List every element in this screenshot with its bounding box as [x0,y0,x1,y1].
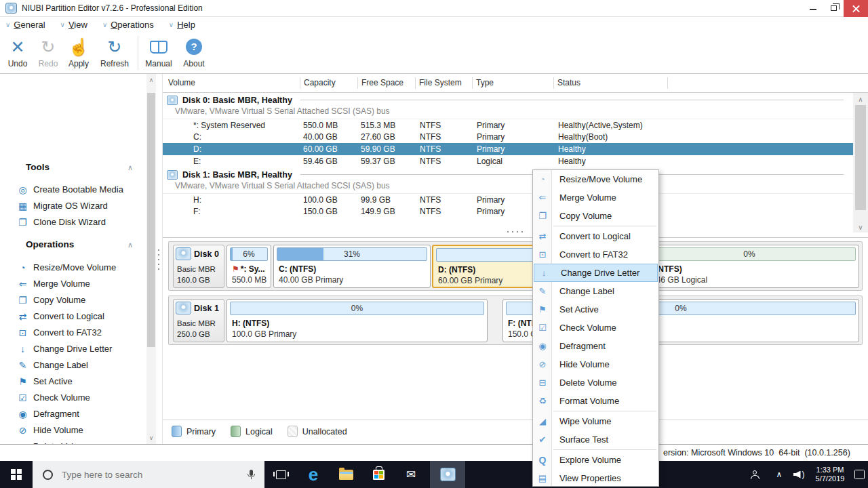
column-header-status[interactable]: Status [554,77,668,89]
context-merge-volume[interactable]: ⇐ Merge Volume [533,188,658,207]
menu-general[interactable]: ∨ General [5,20,45,30]
undo-button[interactable]: ✕ Undo [1,36,34,68]
context-view-properties[interactable]: ▤ View Properties [533,469,658,487]
apply-button[interactable]: ☝ Apply [62,36,95,68]
partition-block-h[interactable]: 0% H: (NTFS) 100.0 GB Primary [226,299,488,342]
context-change-label[interactable]: ✎ Change Label [533,282,658,300]
scroll-up-icon[interactable]: ∧ [146,75,156,85]
disk-icon [176,302,191,314]
context-set-active[interactable]: ⚑ Set Active [533,300,658,319]
context-copy-volume[interactable]: ❐ Copy Volume [533,207,658,225]
context-surface-test[interactable]: ✔ Surface Test [533,430,658,449]
disk1-info-box[interactable]: Disk 1 Basic MBR 250.0 GB [173,299,224,342]
show-hidden-icons-button[interactable]: ∧ [770,461,788,488]
context-wipe-volume[interactable]: ◢ Wipe Volume [533,412,658,430]
manual-button[interactable]: Manual [141,36,176,68]
active-flag-icon: ⚑ [232,264,239,274]
table-scrollbar-thumb[interactable] [855,105,866,210]
sidebar-item-change-label[interactable]: ✎ Change Label [16,358,88,372]
operations-section-header[interactable]: Operations [26,238,74,251]
people-button[interactable] [742,461,768,488]
scroll-down-icon[interactable]: ∨ [853,222,868,232]
context-delete-volume[interactable]: ⊟ Delete Volume [533,373,658,392]
volume-row-e[interactable]: E: 59.46 GB 59.37 GB NTFS Logical Health… [163,155,853,167]
volume-row-h[interactable]: H: 100.0 GB 99.9 GB NTFS Primary [163,193,853,205]
mail-button[interactable]: ✉ [395,461,427,488]
column-header-type[interactable]: Type [473,77,554,89]
context-change-drive-letter-highlighted[interactable]: ↓ Change Drive Letter [534,264,658,282]
volume-row-f[interactable]: F: 150.0 GB 149.9 GB NTFS Primary [163,205,853,218]
sidebar-scrollbar-thumb[interactable] [147,93,155,347]
sidebar-item-create-bootable-media[interactable]: ◎ Create Bootable Media [16,182,123,197]
niubi-app-taskbar-button[interactable] [430,461,465,488]
scroll-down-icon[interactable]: ∨ [146,433,156,443]
sidebar-item-change-drive-letter[interactable]: ↓ Change Drive Letter [16,342,112,356]
menu-help[interactable]: ∨ Help [169,20,195,30]
menu-view[interactable]: ∨ View [60,20,87,30]
menu-operations[interactable]: ∨ Operations [102,20,154,30]
context-explore-volume[interactable]: Q Explore Volume [533,451,658,469]
microphone-icon[interactable] [248,470,255,479]
redo-button[interactable]: ↻ Redo [32,36,64,68]
column-header-file-system[interactable]: File System [416,77,473,89]
volume-tray-button[interactable]: ) [788,461,810,488]
volume-row-c[interactable]: C: 40.00 GB 27.60 GB NTFS Primary Health… [163,131,853,143]
file-explorer-button[interactable] [330,461,362,488]
partition-block-e[interactable]: 0% E: (NTFS) 59.46 GB Logical [639,245,859,288]
search-input[interactable] [62,470,248,480]
context-format-volume[interactable]: ♻ Format Volume [533,392,658,410]
about-button[interactable]: ? About [178,36,210,68]
context-defragment[interactable]: ◉ Defragment [533,337,658,355]
sidebar-item-defragment[interactable]: ◉ Defragment [16,407,79,421]
close-button[interactable] [844,0,868,17]
sidebar-item-clone-disk-wizard[interactable]: ❐ Clone Disk Wizard [16,215,106,229]
context-resize-move-volume[interactable]: ◔ Resize/Move Volume [533,170,658,188]
sidebar-item-migrate-os-wizard[interactable]: ▦ Migrate OS Wizard [16,199,108,213]
taskbar-clock[interactable]: 1:33 PM 5/7/2019 [810,461,850,488]
chevron-down-icon: ∨ [60,21,65,28]
microsoft-store-button[interactable] [362,461,395,488]
sidebar-item-check-volume[interactable]: ☑ Check Volume [16,390,90,405]
column-header-volume[interactable]: Volume [163,77,300,89]
copy-volume-icon: ❐ [533,211,552,221]
sidebar-item-merge-volume[interactable]: ⇐ Merge Volume [16,277,90,291]
disk0-info-box[interactable]: Disk 0 Basic MBR 160.0 GB [173,245,224,288]
os-version-text: ersion: Microsoft Windows 10 64-bit (10.… [663,445,850,461]
sidebar-item-convert-to-logical[interactable]: ⇄ Convert to Logical [16,309,104,323]
start-button[interactable] [0,461,33,488]
mail-envelope-icon: ✉ [406,468,416,482]
tools-section-header[interactable]: Tools [26,161,50,174]
sidebar-item-set-active[interactable]: ⚑ Set Active [16,374,73,388]
sidebar-splitter-handle[interactable] [158,249,159,270]
disk1-group-header[interactable]: Disk 1: Basic MBR, Healthy VMware, VMwar… [167,169,853,193]
task-view-button[interactable] [264,461,297,488]
refresh-button[interactable]: ↻ Refresh [97,36,132,68]
action-center-button[interactable] [850,461,868,488]
column-header-capacity[interactable]: Capacity [300,77,358,89]
disk0-group-header[interactable]: Disk 0: Basic MBR, Healthy VMware, VMwar… [167,94,853,119]
context-convert-to-logical[interactable]: ⇄ Convert to Logical [533,227,658,245]
scroll-up-icon[interactable]: ∧ [853,94,868,104]
sidebar-item-convert-to-fat32[interactable]: ⊡ Convert to FAT32 [16,325,102,340]
sidebar-item-copy-volume[interactable]: ❐ Copy Volume [16,293,85,307]
sidebar-item-resize-move-volume[interactable]: ◔ Resize/Move Volume [16,260,116,274]
sidebar-item-hide-volume[interactable]: ⊘ Hide Volume [16,423,83,437]
column-header-free-space[interactable]: Free Space [358,77,416,89]
partition-block-system-reserved[interactable]: 6% ⚑*: Sy... 550.0 MB [226,245,271,288]
collapse-chevron-icon[interactable]: ∧ [125,161,136,174]
restore-button[interactable] [823,0,844,17]
collapse-chevron-icon[interactable]: ∧ [125,238,136,251]
table-splitter-handle[interactable] [507,231,526,232]
edge-browser-button[interactable]: e [297,461,330,488]
context-convert-to-fat32[interactable]: ⊡ Convert to FAT32 [533,245,658,264]
partition-block-c[interactable]: 31% C: (NTFS) 40.00 GB Primary [273,245,431,288]
sidebar-item-delete-volume[interactable]: ⊟ Delete Volume [16,439,91,444]
minimize-button[interactable] [803,0,823,17]
volume-row-d-selected[interactable]: D: 60.00 GB 59.90 GB NTFS Primary Health… [163,143,853,155]
clock-date: 5/7/2019 [816,474,845,484]
volume-row-system-reserved[interactable]: *: System Reserved 550.0 MB 515.3 MB NTF… [163,119,853,131]
context-check-volume[interactable]: ☑ Check Volume [533,319,658,337]
context-hide-volume[interactable]: ⊘ Hide Volume [533,355,658,373]
set-active-flag-icon: ⚑ [16,376,29,387]
taskbar-search[interactable] [33,461,264,488]
